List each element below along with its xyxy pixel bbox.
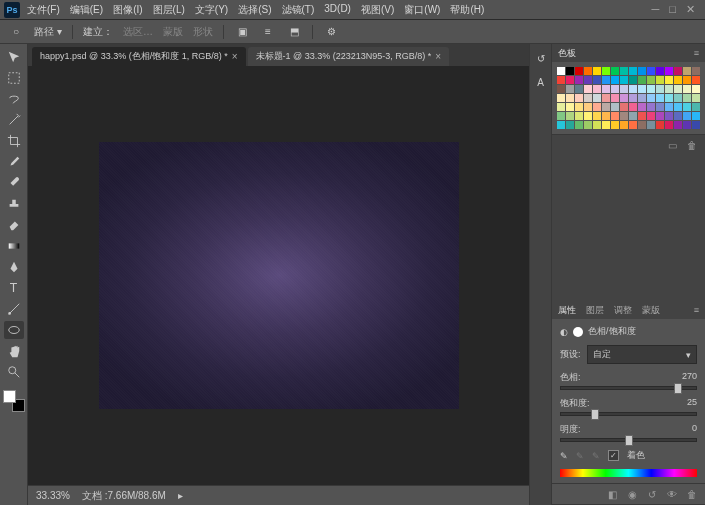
swatch[interactable]: [566, 121, 574, 129]
swatch[interactable]: [602, 85, 610, 93]
swatch[interactable]: [557, 76, 565, 84]
light-value[interactable]: 0: [692, 423, 697, 436]
swatch[interactable]: [692, 67, 700, 75]
char-icon[interactable]: A: [533, 74, 549, 90]
swatch[interactable]: [674, 112, 682, 120]
swatch[interactable]: [593, 85, 601, 93]
swatch[interactable]: [602, 121, 610, 129]
swatch[interactable]: [611, 85, 619, 93]
canvas[interactable]: [28, 66, 529, 485]
swatch[interactable]: [593, 94, 601, 102]
swatch[interactable]: [620, 94, 628, 102]
swatch[interactable]: [629, 76, 637, 84]
swatch[interactable]: [638, 85, 646, 93]
path-op-icon[interactable]: ▣: [234, 24, 250, 40]
reset-icon[interactable]: ↺: [645, 488, 659, 500]
swatch[interactable]: [566, 85, 574, 93]
swatch[interactable]: [638, 76, 646, 84]
swatch[interactable]: [575, 112, 583, 120]
swatches-grid[interactable]: [552, 62, 705, 134]
swatch[interactable]: [557, 103, 565, 111]
swatch[interactable]: [620, 76, 628, 84]
swatch[interactable]: [683, 112, 691, 120]
eyedropper-add-icon[interactable]: ✎: [576, 451, 584, 461]
swatch[interactable]: [602, 103, 610, 111]
menu-3d[interactable]: 3D(D): [319, 1, 356, 19]
swatch[interactable]: [575, 94, 583, 102]
swatch[interactable]: [620, 121, 628, 129]
swatch[interactable]: [665, 67, 673, 75]
path-mode-label[interactable]: 路径: [34, 25, 54, 39]
swatch[interactable]: [575, 103, 583, 111]
swatch[interactable]: [611, 103, 619, 111]
light-slider[interactable]: [560, 438, 697, 442]
eyedropper-icon[interactable]: ✎: [560, 451, 568, 461]
swatch[interactable]: [656, 112, 664, 120]
swatch[interactable]: [602, 67, 610, 75]
history-icon[interactable]: ↺: [533, 50, 549, 66]
stamp-tool[interactable]: [4, 195, 24, 213]
swatch[interactable]: [611, 67, 619, 75]
swatch[interactable]: [638, 121, 646, 129]
sat-value[interactable]: 25: [687, 397, 697, 410]
clip-icon[interactable]: ◧: [605, 488, 619, 500]
swatch[interactable]: [620, 103, 628, 111]
panel-icon[interactable]: ▭: [665, 139, 679, 151]
swatch[interactable]: [629, 103, 637, 111]
swatch[interactable]: [566, 67, 574, 75]
swatch[interactable]: [692, 103, 700, 111]
hue-value[interactable]: 270: [682, 371, 697, 384]
swatch[interactable]: [674, 76, 682, 84]
swatch[interactable]: [665, 112, 673, 120]
swatch[interactable]: [575, 76, 583, 84]
path-tool[interactable]: [4, 300, 24, 318]
swatch[interactable]: [638, 94, 646, 102]
prop-tab-mask[interactable]: 蒙版: [642, 304, 660, 317]
swatch[interactable]: [575, 85, 583, 93]
path-align-icon[interactable]: ≡: [260, 24, 276, 40]
menu-视图[interactable]: 视图(V): [356, 1, 399, 19]
swatch[interactable]: [593, 103, 601, 111]
swatch[interactable]: [566, 94, 574, 102]
panel-menu-icon[interactable]: ≡: [694, 48, 699, 58]
swatch[interactable]: [674, 94, 682, 102]
preset-dropdown[interactable]: 自定 ▾: [587, 345, 697, 364]
swatch[interactable]: [647, 112, 655, 120]
swatch[interactable]: [656, 121, 664, 129]
menu-编辑[interactable]: 编辑(E): [65, 1, 108, 19]
swatch[interactable]: [683, 76, 691, 84]
brush-tool[interactable]: [4, 174, 24, 192]
swatch[interactable]: [557, 112, 565, 120]
prop-tab-properties[interactable]: 属性: [558, 304, 576, 317]
tool-preset-icon[interactable]: ○: [8, 24, 24, 40]
swatch[interactable]: [692, 121, 700, 129]
ellipse-tool[interactable]: [4, 321, 24, 339]
swatch[interactable]: [629, 67, 637, 75]
marquee-tool[interactable]: [4, 69, 24, 87]
swatch[interactable]: [665, 94, 673, 102]
crop-tool[interactable]: [4, 132, 24, 150]
swatch[interactable]: [557, 67, 565, 75]
swatch[interactable]: [593, 76, 601, 84]
swatch[interactable]: [683, 94, 691, 102]
eyedropper-tool[interactable]: [4, 153, 24, 171]
swatch[interactable]: [593, 67, 601, 75]
swatch[interactable]: [629, 94, 637, 102]
swatch[interactable]: [638, 67, 646, 75]
close-icon[interactable]: ×: [435, 51, 441, 62]
swatch[interactable]: [647, 94, 655, 102]
hue-slider[interactable]: [560, 386, 697, 390]
swatch[interactable]: [602, 76, 610, 84]
swatch[interactable]: [656, 85, 664, 93]
swatch[interactable]: [611, 121, 619, 129]
trash-icon[interactable]: 🗑: [685, 139, 699, 151]
swatch[interactable]: [557, 121, 565, 129]
close-icon[interactable]: ×: [232, 51, 238, 62]
lasso-tool[interactable]: [4, 90, 24, 108]
swatch[interactable]: [683, 85, 691, 93]
menu-帮助[interactable]: 帮助(H): [445, 1, 489, 19]
swatch[interactable]: [674, 67, 682, 75]
visibility-icon[interactable]: 👁: [665, 488, 679, 500]
swatch[interactable]: [620, 67, 628, 75]
swatch[interactable]: [602, 94, 610, 102]
